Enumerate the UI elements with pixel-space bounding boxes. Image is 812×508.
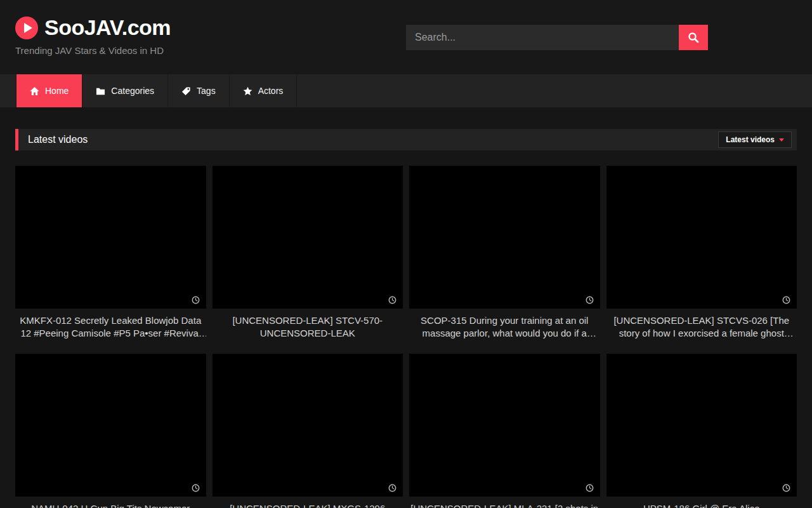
clock-icon xyxy=(388,484,396,492)
video-thumbnail[interactable] xyxy=(606,166,797,309)
video-card[interactable]: [UNCENSORED-LEAK] STCVS-026 [The story o… xyxy=(606,166,797,340)
video-card[interactable]: [UNCENSORED-LEAK] STCV-570-UNCENSORED-LE… xyxy=(213,166,403,340)
video-title[interactable]: HPSM-186 Girl @ Era Alice xyxy=(606,502,797,508)
video-thumbnail[interactable] xyxy=(409,354,600,497)
sort-dropdown-label: Latest videos xyxy=(726,135,775,144)
sort-dropdown[interactable]: Latest videos xyxy=(718,131,792,148)
video-thumbnail[interactable] xyxy=(409,166,600,309)
site-header: SooJAV.com Trending JAV Stars & Videos i… xyxy=(0,0,812,74)
site-logo[interactable]: SooJAV.com Trending JAV Stars & Videos i… xyxy=(15,15,171,56)
folder-icon xyxy=(96,86,105,96)
search-form xyxy=(406,25,708,50)
main-nav: Home Categories Tags Actors xyxy=(0,74,812,107)
video-title[interactable]: [UNCENSORED-LEAK] MLA-231 [3 shots in xyxy=(409,502,600,508)
clock-icon xyxy=(388,296,396,304)
clock-icon xyxy=(192,484,200,492)
video-grid: KMKFX-012 Secretly Leaked Blowjob Data 1… xyxy=(15,166,797,508)
nav-item-actors[interactable]: Actors xyxy=(230,74,298,107)
video-title[interactable]: SCOP-315 During your training at an oil … xyxy=(409,314,600,340)
nav-item-label: Tags xyxy=(197,86,216,96)
home-icon xyxy=(30,86,39,96)
nav-item-label: Actors xyxy=(258,86,284,96)
clock-icon xyxy=(586,484,594,492)
video-thumbnail[interactable] xyxy=(15,166,206,309)
tag-icon xyxy=(181,86,191,96)
search-input[interactable] xyxy=(406,25,679,50)
video-card[interactable]: NAMU-042 H Cup Big Tits Newcomer (170cm … xyxy=(15,354,206,508)
video-title[interactable]: NAMU-042 H Cup Big Tits Newcomer (170cm … xyxy=(15,502,206,508)
nav-item-label: Home xyxy=(45,86,69,96)
video-card[interactable]: HPSM-186 Girl @ Era Alice xyxy=(606,354,797,508)
video-thumbnail[interactable] xyxy=(213,166,403,309)
search-button[interactable] xyxy=(679,25,708,50)
section-title: Latest videos xyxy=(28,134,88,145)
nav-item-tags[interactable]: Tags xyxy=(168,74,230,107)
video-card[interactable]: KMKFX-012 Secretly Leaked Blowjob Data 1… xyxy=(15,166,206,340)
video-title[interactable]: [UNCENSORED-LEAK] STCVS-026 [The story o… xyxy=(606,314,797,340)
nav-item-label: Categories xyxy=(111,86,154,96)
nav-item-home[interactable]: Home xyxy=(16,74,82,107)
clock-icon xyxy=(192,296,200,304)
video-thumbnail[interactable] xyxy=(606,354,797,497)
star-icon xyxy=(243,86,252,96)
site-tagline: Trending JAV Stars & Videos in HD xyxy=(15,45,171,56)
site-title: SooJAV.com xyxy=(44,15,171,40)
play-icon xyxy=(15,17,38,39)
video-card[interactable]: [UNCENSORED-LEAK] MLA-231 [3 shots in xyxy=(409,354,600,508)
video-title[interactable]: KMKFX-012 Secretly Leaked Blowjob Data 1… xyxy=(15,314,206,340)
nav-item-categories[interactable]: Categories xyxy=(82,74,168,107)
video-card[interactable]: SCOP-315 During your training at an oil … xyxy=(409,166,600,340)
caret-down-icon xyxy=(779,138,784,142)
clock-icon xyxy=(586,296,594,304)
magnifier-icon xyxy=(688,32,699,43)
clock-icon xyxy=(782,296,790,304)
section-bar: Latest videos Latest videos xyxy=(15,129,797,150)
video-title[interactable]: [UNCENSORED-LEAK] STCV-570-UNCENSORED-LE… xyxy=(213,314,403,340)
video-title[interactable]: [UNCENSORED-LEAK] MXGS-1296 Absolutely xyxy=(213,502,403,508)
video-card[interactable]: [UNCENSORED-LEAK] MXGS-1296 Absolutely xyxy=(213,354,403,508)
video-thumbnail[interactable] xyxy=(213,354,403,497)
clock-icon xyxy=(782,484,790,492)
video-thumbnail[interactable] xyxy=(15,354,206,497)
